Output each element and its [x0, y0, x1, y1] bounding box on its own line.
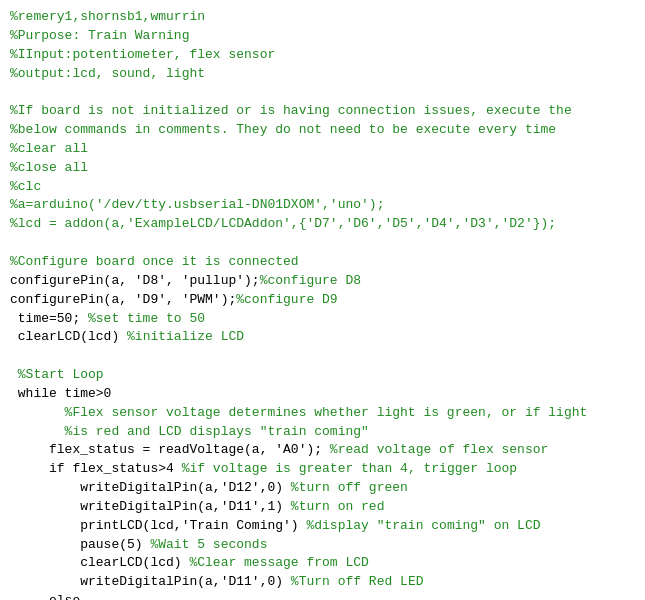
code-line: else [10, 592, 635, 600]
code-line: clearLCD(lcd) %Clear message from LCD [10, 554, 635, 573]
code-line: %Purpose: Train Warning [10, 27, 635, 46]
code-line: writeDigitalPin(a,'D12',0) %turn off gre… [10, 479, 635, 498]
code-line: writeDigitalPin(a,'D11',0) %Turn off Red… [10, 573, 635, 592]
code-line: %a=arduino('/dev/tty.usbserial-DN01DXOM'… [10, 196, 635, 215]
code-line: %remery1,shornsb1,wmurrin [10, 8, 635, 27]
code-line [10, 234, 635, 253]
code-line: pause(5) %Wait 5 seconds [10, 536, 635, 555]
code-line: %Start Loop [10, 366, 635, 385]
code-line: %close all [10, 159, 635, 178]
code-line: %If board is not initialized or is havin… [10, 102, 635, 121]
code-line [10, 347, 635, 366]
code-line: %clear all [10, 140, 635, 159]
code-line: time=50; %set time to 50 [10, 310, 635, 329]
code-line: %is red and LCD displays "train coming" [10, 423, 635, 442]
code-line: printLCD(lcd,'Train Coming') %display "t… [10, 517, 635, 536]
code-line [10, 83, 635, 102]
code-line: %lcd = addon(a,'ExampleLCD/LCDAddon',{'D… [10, 215, 635, 234]
code-line: %Configure board once it is connected [10, 253, 635, 272]
code-editor: %remery1,shornsb1,wmurrin%Purpose: Train… [0, 0, 645, 600]
code-line: writeDigitalPin(a,'D11',1) %turn on red [10, 498, 635, 517]
code-line: %output:lcd, sound, light [10, 65, 635, 84]
code-line: %clc [10, 178, 635, 197]
code-line: %Flex sensor voltage determines whether … [10, 404, 635, 423]
code-line: while time>0 [10, 385, 635, 404]
code-line: %below commands in comments. They do not… [10, 121, 635, 140]
code-line: if flex_status>4 %if voltage is greater … [10, 460, 635, 479]
code-line: clearLCD(lcd) %initialize LCD [10, 328, 635, 347]
code-line: flex_status = readVoltage(a, 'A0'); %rea… [10, 441, 635, 460]
code-line: %IInput:potentiometer, flex sensor [10, 46, 635, 65]
code-line: configurePin(a, 'D9', 'PWM');%configure … [10, 291, 635, 310]
code-line: configurePin(a, 'D8', 'pullup');%configu… [10, 272, 635, 291]
